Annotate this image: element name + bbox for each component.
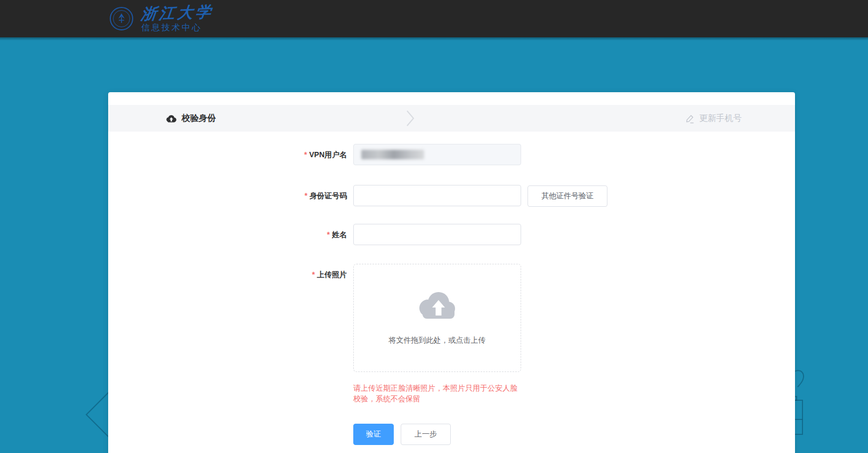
logo-text-block: 浙江大学 信息技术中心 bbox=[141, 4, 214, 33]
vpn-username-row: *VPN用户名 bbox=[108, 144, 795, 165]
upload-dropzone[interactable]: 将文件拖到此处，或点击上传 bbox=[353, 264, 521, 372]
department-name: 信息技术中心 bbox=[141, 22, 214, 33]
verification-card: 校验身份 更新手机号 *VPN用户名 *身份证号码 其他证件号验证 bbox=[108, 92, 795, 453]
cloud-upload-dark-icon bbox=[166, 114, 177, 123]
id-number-row: *身份证号码 其他证件号验证 bbox=[108, 185, 795, 206]
header-bar: 浙江大学 信息技术中心 bbox=[0, 0, 868, 37]
upload-tip-text: 请上传近期正脸清晰照片，本照片只用于公安人脸校验，系统不会保留 bbox=[353, 383, 523, 404]
name-row: *姓名 bbox=[108, 224, 795, 245]
name-label: *姓名 bbox=[108, 224, 347, 245]
id-number-input[interactable] bbox=[353, 185, 521, 206]
name-input[interactable] bbox=[353, 224, 521, 245]
vpn-username-input[interactable] bbox=[353, 144, 521, 165]
step-bar: 校验身份 更新手机号 bbox=[108, 105, 795, 132]
dropzone-text: 将文件拖到此处，或点击上传 bbox=[354, 336, 521, 345]
required-marker: * bbox=[304, 150, 307, 159]
university-name: 浙江大学 bbox=[140, 3, 215, 23]
header-shadow bbox=[0, 37, 868, 41]
required-marker: * bbox=[327, 230, 330, 239]
verify-button[interactable]: 验证 bbox=[353, 424, 394, 445]
previous-step-button[interactable]: 上一步 bbox=[401, 424, 451, 445]
pencil-icon bbox=[685, 114, 695, 124]
id-number-label: *身份证号码 bbox=[108, 185, 347, 206]
step1-label: 校验身份 bbox=[182, 113, 216, 124]
required-marker: * bbox=[305, 191, 307, 200]
zju-logo[interactable]: 浙江大学 信息技术中心 bbox=[109, 4, 214, 33]
upload-photo-label: *上传照片 bbox=[108, 264, 347, 285]
other-id-verify-button[interactable]: 其他证件号验证 bbox=[528, 185, 607, 207]
step-update-phone: 更新手机号 bbox=[685, 105, 742, 132]
cloud-upload-icon bbox=[416, 289, 459, 320]
zju-seal-icon bbox=[109, 6, 134, 31]
step2-label: 更新手机号 bbox=[699, 113, 742, 124]
step-verify-identity: 校验身份 bbox=[166, 105, 216, 132]
vpn-username-label: *VPN用户名 bbox=[108, 144, 347, 165]
required-marker: * bbox=[312, 270, 315, 279]
chevron-right-icon bbox=[405, 110, 415, 127]
